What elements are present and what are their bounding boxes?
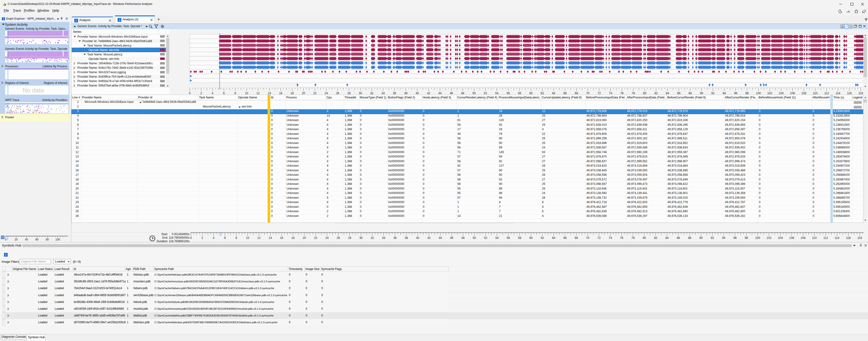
svg-text:72: 72 (598, 92, 601, 95)
svg-text:112: 112 (824, 92, 829, 95)
svg-text:116: 116 (846, 236, 851, 240)
svg-text:60: 60 (529, 92, 533, 95)
svg-text:34: 34 (382, 236, 385, 240)
svg-text:20: 20 (14, 238, 18, 241)
svg-text:112: 112 (824, 236, 828, 240)
svg-text:16: 16 (280, 236, 283, 240)
svg-text:100: 100 (755, 236, 760, 240)
svg-text:92: 92 (711, 236, 714, 240)
svg-text:70: 70 (586, 236, 589, 240)
svg-text:90: 90 (700, 236, 703, 240)
svg-text:Activity by Provider, Task, Op: Activity by Provider, Task, Opco... (26, 27, 67, 30)
svg-text:0: 0 (5, 238, 6, 241)
svg-text:2: 2 (202, 236, 203, 240)
svg-text:38: 38 (404, 92, 408, 95)
svg-text:90: 90 (700, 92, 703, 95)
svg-text:66: 66 (563, 236, 567, 240)
svg-text:24: 24 (324, 92, 328, 95)
svg-text:110: 110 (812, 236, 817, 240)
svg-text:Processes: Processes (5, 65, 18, 68)
svg-text:98: 98 (745, 236, 748, 240)
svg-text:88: 88 (688, 92, 692, 95)
svg-text:10: 10 (245, 92, 248, 95)
svg-text:40: 40 (25, 238, 28, 241)
svg-text:52: 52 (484, 92, 487, 95)
svg-text:72: 72 (597, 236, 601, 240)
svg-text:6: 6 (224, 236, 226, 240)
svg-text:108: 108 (801, 236, 806, 240)
svg-text:22: 22 (314, 236, 317, 240)
svg-text:92: 92 (711, 92, 714, 95)
svg-text:94: 94 (723, 92, 726, 95)
svg-text:78: 78 (631, 236, 635, 240)
svg-text:Activity by Provider, Task, Op: Activity by Provider, Task, Opcode (25, 47, 67, 51)
svg-text:106: 106 (790, 92, 795, 95)
svg-text:32: 32 (370, 92, 373, 95)
svg-text:Activity by Providers: Activity by Providers (42, 98, 67, 102)
svg-text:82: 82 (654, 92, 658, 95)
svg-text:18: 18 (290, 92, 294, 95)
svg-text:102: 102 (767, 92, 772, 95)
svg-text:76: 76 (620, 236, 623, 240)
svg-text:58: 58 (518, 236, 521, 240)
svg-text:34: 34 (381, 92, 385, 95)
svg-text:86: 86 (677, 236, 680, 240)
svg-text:Regions of Interest: Regions of Interest (5, 81, 29, 85)
svg-text:A: A (848, 10, 850, 13)
svg-text:100: 100 (756, 92, 761, 95)
svg-text:82: 82 (654, 236, 657, 240)
svg-text:12: 12 (256, 92, 260, 95)
svg-text:110: 110 (813, 92, 817, 95)
svg-text:106: 106 (789, 236, 794, 240)
svg-text:40: 40 (416, 236, 419, 240)
svg-text:44: 44 (438, 92, 442, 95)
svg-text:76: 76 (620, 92, 624, 95)
svg-text:48: 48 (461, 92, 464, 95)
svg-text:56: 56 (507, 92, 510, 95)
svg-text:6: 6 (223, 92, 225, 95)
svg-text:14: 14 (269, 236, 272, 240)
svg-text:18: 18 (291, 236, 295, 240)
svg-text:114: 114 (836, 92, 840, 95)
svg-text:8: 8 (235, 92, 236, 95)
svg-text:20: 20 (303, 236, 306, 240)
svg-text:22: 22 (313, 92, 316, 95)
svg-text:Power: Power (5, 116, 14, 119)
svg-text:68: 68 (575, 236, 578, 240)
svg-text:WPP Trace: WPP Trace (5, 98, 20, 102)
svg-text:52: 52 (484, 236, 487, 240)
svg-text:30: 30 (360, 236, 363, 240)
svg-text:Generic Events: Generic Events (5, 47, 24, 51)
svg-text:26: 26 (337, 236, 340, 240)
svg-text:66: 66 (563, 92, 567, 95)
svg-text:2: 2 (200, 92, 202, 95)
svg-text:58: 58 (518, 92, 521, 95)
svg-text:118: 118 (858, 236, 862, 240)
svg-text:100: 100 (55, 238, 60, 241)
svg-text:10: 10 (246, 236, 249, 240)
svg-text:50: 50 (472, 92, 476, 95)
svg-text:54: 54 (495, 236, 499, 240)
svg-text:0: 0 (190, 236, 192, 240)
svg-text:56: 56 (507, 236, 510, 240)
svg-text:62: 62 (541, 92, 544, 95)
svg-text:42: 42 (428, 236, 431, 240)
svg-text:70: 70 (586, 92, 589, 95)
svg-text:Generic Events: Generic Events (5, 27, 24, 30)
svg-text:Regions of Interest: Regions of Interest (44, 81, 67, 85)
svg-text:36: 36 (393, 92, 396, 95)
svg-text:38: 38 (405, 236, 408, 240)
svg-text:94: 94 (722, 236, 725, 240)
svg-text:32: 32 (371, 236, 374, 240)
svg-text:44: 44 (439, 236, 442, 240)
svg-text:12: 12 (257, 236, 260, 240)
svg-text:78: 78 (632, 92, 635, 95)
svg-text:84: 84 (666, 92, 669, 95)
svg-text:20: 20 (302, 92, 305, 95)
svg-text:104: 104 (779, 92, 784, 95)
svg-text:0: 0 (189, 92, 191, 95)
svg-text:50: 50 (473, 236, 476, 240)
svg-text:No data: No data (23, 87, 44, 94)
svg-text:64: 64 (552, 236, 555, 240)
svg-text:74: 74 (609, 236, 612, 240)
